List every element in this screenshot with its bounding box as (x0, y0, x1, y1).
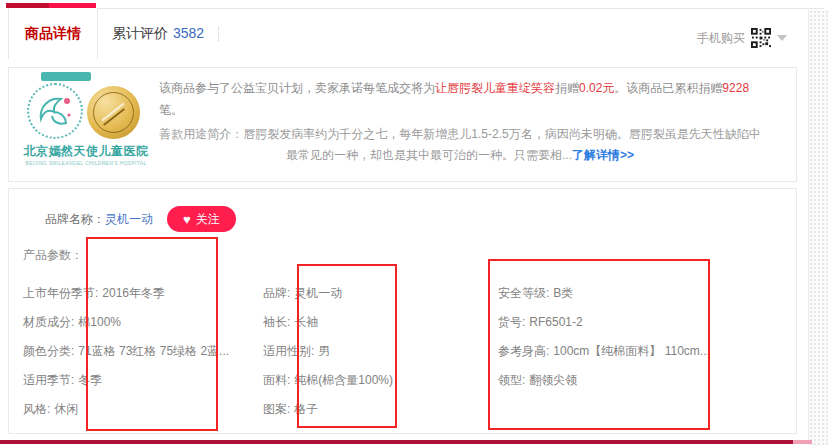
params-title: 产品参数： (23, 247, 83, 264)
hospital-name-cn: 北京嫣然天使儿童医院 (21, 143, 151, 160)
hospital-name-en: BEIJING SMILEANGEL CHILDREN'S HOSPITAL (21, 160, 151, 166)
annotation-box-2 (297, 264, 397, 428)
charity-section: 北京嫣然天使儿童医院 BEIJING SMILEANGEL CHILDREN'S… (8, 67, 797, 182)
gold-medal-icon (87, 86, 140, 139)
param-label: 品牌: (263, 286, 290, 300)
chevron-down-icon (777, 35, 787, 41)
logo-ribbon (41, 72, 91, 81)
charity-pledge-line: 该商品参与了公益宝贝计划，卖家承诺每笔成交将为让唇腭裂儿童重绽笑容捐赠0.02元… (159, 77, 761, 121)
tab-separator (218, 27, 219, 41)
pledge-text: 该商品参与了公益宝贝计划，卖家承诺每笔成交将为 (159, 81, 435, 95)
page-right-gutter (808, 10, 828, 445)
annotation-box-1 (86, 237, 218, 431)
param-label: 袖长: (263, 315, 290, 329)
learn-more-link[interactable]: 了解详情>> (572, 148, 634, 162)
mobile-buy-dropdown[interactable]: 手机购买 (697, 27, 787, 49)
angel-emblem-icon (27, 83, 83, 139)
param-label: 颜色分类: (23, 344, 74, 358)
param-label: 风格: (23, 402, 50, 416)
param-label: 适用季节: (23, 373, 74, 387)
brand-name-link[interactable]: 灵机一动 (105, 211, 153, 228)
bottom-red-bar-highlight (793, 440, 812, 444)
brand-label: 品牌名称： (45, 211, 105, 228)
brand-row: 品牌名称： 灵机一动 ♥ 关注 (45, 205, 236, 233)
param-label: 面料: (263, 373, 290, 387)
hospital-logo: 北京嫣然天使儿童医院 BEIJING SMILEANGEL CHILDREN'S… (21, 72, 151, 172)
tab-product-detail[interactable]: 商品详情 (8, 8, 98, 59)
pledge-amount-highlight: 0.02元 (579, 81, 614, 95)
bottom-red-bar (0, 440, 812, 444)
pledge-text: 。该商品已累积捐赠 (614, 81, 722, 95)
pledge-cause-highlight: 让唇腭裂儿童重绽笑容 (435, 81, 555, 95)
pledge-count-highlight: 9228 (722, 81, 749, 95)
charity-text: 该商品参与了公益宝贝计划，卖家承诺每笔成交将为让唇腭裂儿童重绽笑容捐赠0.02元… (159, 77, 761, 166)
follow-button-label: 关注 (196, 211, 220, 228)
follow-button[interactable]: ♥ 关注 (167, 206, 236, 232)
tab-reviews[interactable]: 累计评价3582 (112, 8, 204, 59)
charity-fund-intro: 善款用途简介：唇腭裂发病率约为千分之七，每年新增患儿1.5-2.5万名，病因尚未… (159, 124, 761, 166)
param-value: 休闲 (54, 402, 78, 416)
mobile-buy-label: 手机购买 (697, 30, 745, 47)
param-label: 图案: (263, 402, 290, 416)
tab-reviews-label: 累计评价 (112, 25, 168, 41)
pledge-text: 笔。 (159, 103, 183, 117)
fund-intro-text: 善款用途简介：唇腭裂发病率约为千分之七，每年新增患儿1.5-2.5万名，病因尚未… (159, 127, 760, 162)
annotation-box-3 (488, 259, 710, 430)
param-label: 材质成分: (23, 315, 74, 329)
reviews-count: 3582 (173, 25, 204, 41)
pledge-text: 捐赠 (555, 81, 579, 95)
qr-code-icon (751, 28, 771, 48)
heart-icon: ♥ (183, 213, 191, 226)
